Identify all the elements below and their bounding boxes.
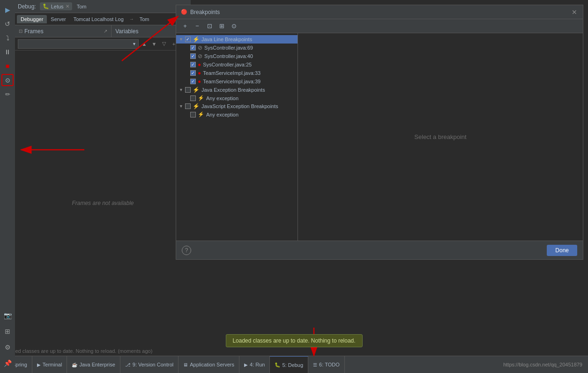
reload-icon[interactable]: ↺	[1, 18, 14, 30]
exception-icon-1: ⚡	[198, 95, 204, 101]
bug-icon: 🐛	[43, 3, 49, 9]
bottom-tabs: 🍃 Spring ▶ Terminal ☕ Java Enterprise ⎇ …	[0, 356, 498, 373]
frames-section: ⊡ Frames ↗	[15, 25, 112, 37]
bp-item-any-ex-js[interactable]: ⚡ Any exception	[176, 110, 298, 118]
frames-label: Frames	[24, 28, 44, 35]
bp-item-teamservice-33[interactable]: ✓ ● TeamServiceImpl.java:33	[176, 69, 298, 77]
disabled-bp-icon-2: ⊘	[198, 53, 202, 59]
exception-icon-2: ⚡	[198, 111, 204, 117]
screenshot-icon[interactable]: 📷	[1, 309, 14, 322]
close-tab-icon[interactable]: ✕	[66, 4, 69, 9]
js-exception-section[interactable]: ▼ ⚡ JavaScript Exception Breakpoints	[176, 102, 298, 110]
java-line-section[interactable]: ▼ ✓ ⚡ Java Line Breakpoints	[176, 35, 298, 44]
add-bp-button[interactable]: +	[180, 21, 190, 31]
sub-tab-tom[interactable]: Tom	[136, 15, 153, 23]
red-bp-icon-3: ●	[198, 78, 201, 85]
tab-version-control[interactable]: ⎇ 9: Version Control	[120, 356, 179, 373]
java-exception-label: Java Exception Breakpoints	[201, 87, 265, 93]
bp-item-teamservice-39[interactable]: ✓ ● TeamServiceImpl.java:39	[176, 77, 298, 86]
resume-icon[interactable]: ▶	[1, 4, 14, 16]
tab-java-enterprise-label: Java Enterprise	[79, 362, 115, 367]
bp-item-any-ex-js-checkbox[interactable]	[190, 112, 196, 117]
debug-tab-letus-label: Letus	[51, 4, 64, 9]
dialog-footer: ? Done	[176, 241, 583, 259]
tab-run[interactable]: ▶ 4: Run	[239, 356, 270, 373]
bottom-bar: 🍃 Spring ▶ Terminal ☕ Java Enterprise ⎇ …	[0, 356, 588, 373]
stop-icon[interactable]: ■	[1, 60, 14, 72]
tab-app-servers[interactable]: 🖥 Application Servers	[179, 356, 239, 373]
camera-icon[interactable]: ⊙	[1, 74, 14, 86]
debug-tabbar: Debug: 🐛 Letus ✕ Tom	[15, 0, 191, 13]
notification-box: Loaded classes are up to date. Nothing t…	[225, 334, 362, 347]
js-exception-checkbox[interactable]	[185, 103, 191, 109]
bp-item-syscontroller-40[interactable]: ✓ ⊘ SysController.java:40	[176, 52, 298, 60]
bp-item-any-ex-java[interactable]: ⚡ Any exception	[176, 94, 298, 102]
frames-dropdown[interactable]: ▼	[18, 39, 139, 49]
breakpoints-list: ▼ ✓ ⚡ Java Line Breakpoints ✓ ⊘ SysContr…	[176, 33, 298, 241]
layout-icon[interactable]: ⊞	[1, 325, 14, 337]
bp-item-any-ex-js-label: Any exception	[206, 112, 238, 117]
select-breakpoint-message: Select a breakpoint	[414, 133, 466, 140]
tab-run-label: 4: Run	[250, 362, 265, 367]
frames-icon: ⊡	[19, 29, 22, 34]
pause-icon[interactable]: ⏸	[1, 46, 14, 58]
java-line-icon: ⚡	[193, 36, 200, 43]
sub-tab-tomcat-log[interactable]: Tomcat Localhost Log	[70, 15, 127, 23]
dialog-title: Breakpoints	[190, 9, 571, 15]
java-exception-section[interactable]: ▼ ⚡ Java Exception Breakpoints	[176, 86, 298, 94]
pencil-icon[interactable]: ✏	[1, 88, 14, 100]
disabled-bp-icon-1: ⊘	[198, 44, 202, 51]
frames-down-btn[interactable]: ▼	[150, 40, 158, 48]
bp-item-syscontroller-69-checkbox[interactable]: ✓	[190, 45, 196, 51]
bp-item-syscontroller-40-checkbox[interactable]: ✓	[190, 53, 196, 59]
help-button[interactable]: ?	[182, 246, 191, 255]
collapse-js-ex-icon: ▼	[179, 104, 183, 109]
frames-up-btn[interactable]: ▲	[140, 40, 149, 48]
bp-item-teamservice-33-checkbox[interactable]: ✓	[190, 70, 196, 76]
debug-tab-icon: 🐛	[275, 362, 280, 367]
pin-icon[interactable]: 📌	[1, 357, 14, 369]
java-line-checkbox[interactable]: ✓	[185, 37, 191, 42]
bp-item-teamservice-39-checkbox[interactable]: ✓	[190, 79, 196, 84]
sub-tab-server[interactable]: Server	[47, 15, 69, 23]
expand-frames-icon[interactable]: ↗	[104, 29, 107, 34]
tab-java-enterprise[interactable]: ☕ Java Enterprise	[67, 356, 120, 373]
frames-filter-btn[interactable]: ▽	[160, 40, 168, 48]
collapse-java-line-icon: ▼	[179, 37, 183, 42]
done-button[interactable]: Done	[547, 245, 577, 256]
debug-tab-tom[interactable]: Tom	[74, 3, 89, 10]
bp-item-any-ex-java-checkbox[interactable]	[190, 95, 196, 101]
export-bp-button[interactable]: ⊙	[229, 21, 239, 31]
tab-todo[interactable]: ☰ 6: TODO	[308, 356, 345, 373]
red-bp-icon-2: ●	[198, 70, 201, 76]
tab-todo-label: 6: TODO	[319, 362, 340, 367]
remove-bp-button[interactable]: −	[192, 21, 202, 31]
java-exception-checkbox[interactable]	[185, 87, 191, 93]
debug-subtabbar: Debugger Server Tomcat Localhost Log → T…	[15, 13, 191, 25]
step-over-icon[interactable]: ⤵	[1, 32, 14, 44]
settings-icon[interactable]: ⚙	[1, 341, 14, 353]
tab-version-control-label: 9: Version Control	[133, 362, 173, 367]
version-control-icon: ⎇	[125, 362, 131, 367]
debug-tab-letus[interactable]: 🐛 Letus ✕	[40, 2, 72, 10]
debug-label: Debug:	[18, 3, 36, 10]
bp-item-syscontroller-25[interactable]: ✓ ● SysController.java:25	[176, 60, 298, 69]
status-message: Loaded classes are up to date. Nothing t…	[4, 348, 152, 354]
copy-bp-button[interactable]: ⊡	[204, 21, 215, 31]
bp-item-syscontroller-69[interactable]: ✓ ⊘ SysController.java:69	[176, 44, 298, 52]
frames-vars-bar: ⊡ Frames ↗ Variables	[15, 25, 191, 37]
terminal-icon: ▶	[37, 362, 41, 367]
dialog-close-button[interactable]: ✕	[571, 8, 578, 16]
view-bp-button[interactable]: ⊞	[216, 21, 227, 31]
js-exception-label: JavaScript Exception Breakpoints	[201, 103, 278, 109]
debug-tab-tom-label: Tom	[77, 4, 87, 9]
left-sidebar: ▶ ↺ ⤵ ⏸ ■ ⊙ ✏ 📷 ⊞ ⚙ 📌	[0, 0, 15, 373]
frames-unavailable-message: Frames are not available	[72, 200, 134, 206]
debug-panel: Debug: 🐛 Letus ✕ Tom Debugger Server Tom…	[15, 0, 191, 356]
bp-item-syscontroller-25-checkbox[interactable]: ✓	[190, 62, 196, 67]
tab-terminal-label: Terminal	[43, 362, 62, 367]
dialog-toolbar: + − ⊡ ⊞ ⊙	[176, 19, 583, 33]
tab-terminal[interactable]: ▶ Terminal	[32, 356, 67, 373]
tab-debug[interactable]: 🐛 5: Debug	[270, 356, 308, 373]
sub-tab-debugger[interactable]: Debugger	[17, 15, 47, 23]
